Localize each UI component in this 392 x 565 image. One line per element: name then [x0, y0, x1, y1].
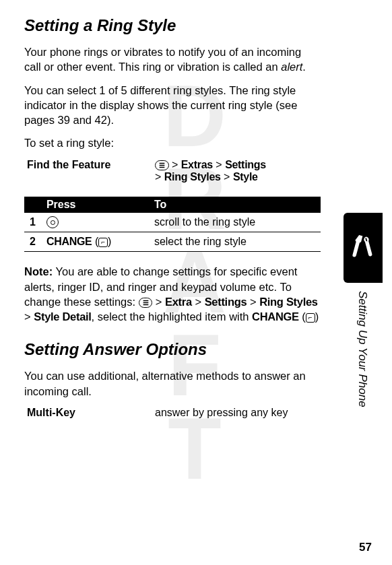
paragraph-select-styles: You can select 1 of 5 different ring sty… [24, 83, 321, 128]
change-label: CHANGE [46, 236, 92, 247]
heading-setting-answer-options: Setting Answer Options [24, 340, 321, 359]
paragraph-alert-text: Your phone rings or vibrates to notify y… [24, 46, 301, 73]
menu-path: ☰ > Extras > Settings > Ring Styles > St… [155, 159, 321, 183]
table-header-to: To [149, 197, 321, 213]
multi-key-desc: answer by pressing any key [155, 407, 288, 419]
step-press: CHANGE (⌐) [41, 232, 149, 252]
path-extras: Extras [181, 159, 213, 170]
heading-setting-ring-style: Setting a Ring Style [24, 16, 321, 35]
path-sep: > [155, 171, 161, 182]
paragraph-alert-end: . [302, 61, 306, 73]
note-change: CHANGE [252, 310, 299, 323]
section-title-vertical: Setting Up Your Phone [356, 291, 369, 407]
find-the-feature-row: Find the Feature ☰ > Extras > Settings >… [27, 159, 321, 183]
step-number: 2 [24, 232, 41, 252]
path-style: Style [233, 171, 258, 182]
alert-term: alert [281, 61, 302, 73]
table-header-blank [24, 197, 41, 213]
step-to: select the ring style [149, 232, 321, 252]
table-row: 1 scroll to the ring style [24, 213, 321, 232]
path-sep: > [156, 296, 162, 308]
path-sep: > [216, 159, 222, 170]
find-the-feature-label: Find the Feature [27, 159, 155, 183]
step-to: scroll to the ring style [149, 213, 321, 232]
soft-key-icon: ⌐ [98, 238, 108, 247]
table-header-press: Press [41, 197, 149, 213]
step-press [41, 213, 149, 232]
path-sep: > [24, 310, 31, 323]
page-number: 57 [359, 541, 372, 554]
steps-table: Press To 1 scroll to the ring style 2 CH… [24, 197, 321, 253]
wrench-screwdriver-icon [351, 232, 375, 264]
path-ring-styles: Ring Styles [164, 171, 221, 182]
nav-key-icon [46, 216, 59, 228]
note-settings: Settings [205, 296, 247, 308]
table-row: 2 CHANGE (⌐) select the ring style [24, 232, 321, 252]
step-number: 1 [24, 213, 41, 232]
note-extra: Extra [165, 296, 192, 308]
menu-key-icon: ☰ [139, 298, 153, 308]
path-settings: Settings [225, 159, 266, 170]
path-sep: > [250, 296, 257, 308]
paragraph-to-set: To set a ring style: [24, 135, 321, 150]
wrench-icon-box [344, 213, 383, 283]
note-block: Note: You are able to change settings fo… [24, 264, 321, 324]
path-sep: > [224, 171, 230, 182]
path-sep: > [172, 159, 178, 170]
paragraph-answer-options: You can use additional, alternative meth… [24, 368, 321, 399]
side-tab: Setting Up Your Phone [344, 213, 383, 407]
note-style-detail: Style Detail [34, 310, 91, 323]
soft-key-icon: ⌐ [306, 313, 315, 323]
multi-key-row: Multi-Key answer by pressing any key [27, 407, 321, 419]
menu-key-icon: ☰ [155, 160, 169, 170]
note-text-2: , select the highlighted item with [92, 310, 252, 323]
note-ring-styles: Ring Styles [259, 296, 318, 308]
paragraph-alert: Your phone rings or vibrates to notify y… [24, 44, 321, 75]
path-sep: > [195, 296, 201, 308]
multi-key-label: Multi-Key [27, 407, 155, 419]
note-label: Note: [24, 265, 53, 277]
